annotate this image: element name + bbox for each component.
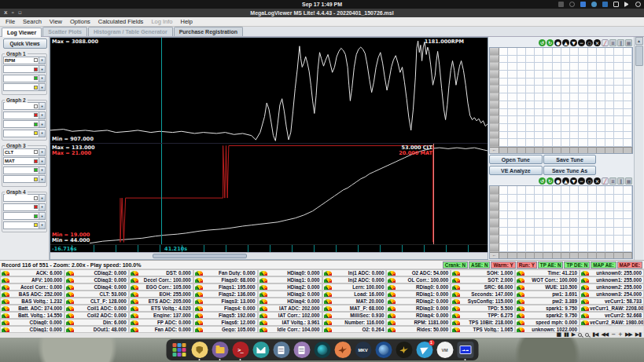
data-cell[interactable]: CDiag1: 0.000 xyxy=(0,326,64,333)
ve-cell[interactable] xyxy=(614,132,623,140)
file-manager-icon[interactable] xyxy=(212,342,228,358)
shield-browser-icon[interactable] xyxy=(191,342,208,358)
ve-cell[interactable] xyxy=(508,186,517,195)
ve-cell[interactable] xyxy=(517,101,526,109)
ve-cell[interactable] xyxy=(597,219,605,228)
ve-cell[interactable] xyxy=(588,63,597,71)
ve-cell[interactable] xyxy=(553,132,561,140)
ve-cell[interactable] xyxy=(499,236,508,244)
menu-calculated-fields[interactable]: Calculated Fields xyxy=(95,17,147,26)
ve-cell[interactable] xyxy=(535,124,543,132)
ve-cell[interactable] xyxy=(561,109,570,117)
ve-cell[interactable] xyxy=(579,124,587,132)
ve-cell[interactable] xyxy=(508,203,517,211)
graph2-field-select-3[interactable]: ▼ xyxy=(3,120,46,128)
data-cell[interactable]: ETS ADC: 205.000 xyxy=(129,298,193,305)
data-cell[interactable]: RDiag4: 0.000 xyxy=(386,312,451,319)
ve-cell[interactable] xyxy=(614,244,623,253)
ve-cell[interactable] xyxy=(535,48,543,56)
megalogviewer-app-icon[interactable] xyxy=(457,342,473,358)
table-split-icon[interactable]: ∥ xyxy=(617,39,624,46)
redo-icon[interactable]: ↻ xyxy=(546,39,554,46)
ve-cell[interactable] xyxy=(579,244,587,253)
table-full-icon[interactable]: ▦ xyxy=(625,39,632,46)
data-cell[interactable]: Batt. ADC: 374.000 xyxy=(0,305,64,312)
mail-icon[interactable] xyxy=(252,342,269,358)
ve-cell[interactable] xyxy=(588,56,597,64)
ve-cell[interactable] xyxy=(614,139,623,147)
data-cell[interactable]: DST: 0.000 xyxy=(129,269,193,276)
ve-cell[interactable] xyxy=(535,203,543,211)
lower-cells-icon[interactable]: ▼ xyxy=(570,177,577,185)
ve-cell[interactable] xyxy=(588,211,597,220)
ve-cell[interactable] xyxy=(553,203,561,211)
ve-cell[interactable] xyxy=(570,79,579,86)
quick-views-button[interactable]: Quick Views xyxy=(3,38,47,49)
data-cell[interactable]: TPS Voltg.: 1.065 xyxy=(451,326,515,333)
ve-cell[interactable] xyxy=(570,236,579,244)
scale-cells-icon[interactable]: − xyxy=(578,177,585,185)
decrease-cells-icon[interactable]: ● xyxy=(554,39,561,46)
graph2-field-select-1[interactable]: ▼ xyxy=(3,102,46,110)
ve-cell[interactable] xyxy=(588,186,597,195)
slower-button[interactable]: − xyxy=(611,332,615,338)
data-cell[interactable]: Din: 6.000 xyxy=(64,319,129,326)
ve-cell[interactable] xyxy=(588,79,597,86)
graph1-field-select-2[interactable]: ▼ xyxy=(3,65,46,73)
data-cell[interactable]: Coil1 ADC: 0.000 xyxy=(64,305,129,312)
data-cell[interactable]: EGO Corr.: 105.000 xyxy=(129,283,193,291)
chevron-down-icon[interactable]: ▼ xyxy=(39,204,45,210)
menu-view[interactable]: View xyxy=(46,17,65,26)
chevron-down-icon[interactable]: ▼ xyxy=(39,66,45,72)
ve-cell[interactable] xyxy=(614,219,623,228)
ve-cell[interactable] xyxy=(605,116,614,124)
data-cell[interactable]: Number: 116.000 xyxy=(322,319,387,326)
menu-options[interactable]: Options xyxy=(67,17,94,26)
data-cell[interactable]: Flags6: 12.000 xyxy=(193,319,258,326)
ve-cell[interactable] xyxy=(543,101,552,109)
notes-app-icon[interactable] xyxy=(273,342,289,358)
ve-cell[interactable] xyxy=(579,139,587,147)
data-cell[interactable]: BAS Voltg.: 1.232 xyxy=(0,298,64,305)
zoom-in-button[interactable] xyxy=(578,333,582,337)
ve-cell[interactable] xyxy=(508,244,517,253)
ve-cell[interactable] xyxy=(614,93,623,101)
data-cell[interactable]: RDiag0: 0.000 xyxy=(386,283,451,291)
ve-cell[interactable] xyxy=(605,56,614,64)
ve-cell[interactable] xyxy=(508,79,517,86)
ve-cell[interactable] xyxy=(624,244,632,253)
ve-cell[interactable] xyxy=(605,139,614,147)
ve-cell[interactable] xyxy=(561,186,570,195)
ve-cell[interactable] xyxy=(614,109,623,117)
ve-cell[interactable] xyxy=(517,244,526,253)
ve-cell[interactable] xyxy=(605,93,614,101)
ve-cell[interactable] xyxy=(553,228,561,236)
ve-cell[interactable] xyxy=(570,211,579,220)
ve-cell[interactable] xyxy=(570,63,579,71)
ve-cell[interactable] xyxy=(517,56,526,64)
data-cell[interactable]: WUE: 110.500 xyxy=(515,283,580,291)
increase-cells-icon[interactable]: ▲ xyxy=(562,39,569,46)
ve-cell[interactable] xyxy=(588,124,597,132)
data-cell[interactable]: unknown3: 254.000 xyxy=(580,291,644,298)
ve-cell[interactable] xyxy=(517,186,526,195)
ve-cell[interactable] xyxy=(499,186,508,195)
ve-cell[interactable] xyxy=(579,56,587,64)
ve-cell[interactable] xyxy=(605,228,614,236)
ve-cell[interactable] xyxy=(579,211,587,220)
edit-pen-icon[interactable]: ╱ xyxy=(602,177,609,185)
data-cell[interactable]: O2 ADC: 54.000 xyxy=(386,269,451,276)
ve-cell[interactable] xyxy=(517,203,526,211)
graph2-field-select-4[interactable]: ▼ xyxy=(3,130,46,137)
ve-cell[interactable] xyxy=(561,244,570,253)
ve-cell[interactable] xyxy=(508,219,517,228)
ve-cell[interactable] xyxy=(561,93,570,101)
ve-cell[interactable] xyxy=(499,195,508,203)
ve-cell[interactable] xyxy=(624,132,632,140)
ve-cell[interactable] xyxy=(517,228,526,236)
ve-cell[interactable] xyxy=(543,211,552,220)
ve-cell[interactable] xyxy=(597,244,605,253)
ve-cell[interactable] xyxy=(614,236,623,244)
ve-cell[interactable] xyxy=(605,203,614,211)
data-cell[interactable]: SOH: 1.000 xyxy=(451,269,515,276)
